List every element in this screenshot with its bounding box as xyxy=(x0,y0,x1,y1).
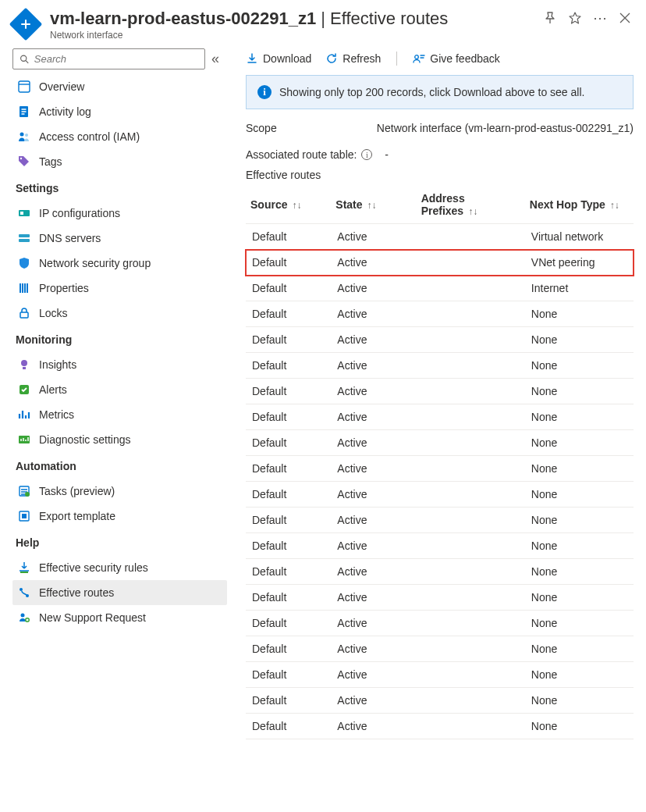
table-row[interactable]: DefaultActiveNone xyxy=(246,379,634,404)
cell-prefixes xyxy=(417,250,525,276)
sort-icon[interactable]: ↑↓ xyxy=(367,200,377,211)
feedback-button[interactable]: Give feedback xyxy=(413,52,500,65)
cell-state: Active xyxy=(331,533,416,559)
sidebar-item-nsg[interactable]: Network security group xyxy=(12,251,227,276)
table-row[interactable]: DefaultActiveNone xyxy=(246,508,634,533)
more-icon[interactable]: ⋯ xyxy=(593,11,607,25)
cell-state: Active xyxy=(331,250,416,276)
close-icon[interactable] xyxy=(618,11,632,25)
sort-icon[interactable]: ↑↓ xyxy=(292,200,301,211)
sidebar-item-metrics[interactable]: Metrics xyxy=(12,402,227,427)
sidebar-item-tasks[interactable]: Tasks (preview) xyxy=(12,479,227,504)
nsg-icon xyxy=(17,256,31,270)
scope-value: Network interface (vm-learn-prod-eastus-… xyxy=(377,122,634,134)
table-row[interactable]: DefaultActiveNone xyxy=(246,714,634,739)
cell-nextHop: None xyxy=(525,636,634,662)
sidebar-item-effective-security-rules[interactable]: Effective security rules xyxy=(12,555,227,580)
cell-prefixes xyxy=(417,714,525,739)
column-header-source[interactable]: Source↑↓ xyxy=(246,186,331,224)
svg-point-5 xyxy=(20,158,22,159)
sidebar-group-settings: Settings xyxy=(12,174,227,201)
table-row[interactable]: DefaultActiveNone xyxy=(246,611,634,636)
cell-source: Default xyxy=(246,250,331,276)
sidebar-item-access-control[interactable]: Access control (IAM) xyxy=(12,124,227,149)
sidebar-item-properties[interactable]: Properties xyxy=(12,276,227,301)
sidebar-item-label: Export template xyxy=(39,510,115,522)
cell-state: Active xyxy=(331,585,416,611)
cell-state: Active xyxy=(331,301,416,327)
table-row[interactable]: DefaultActiveNone xyxy=(246,688,634,714)
cell-state: Active xyxy=(331,404,416,430)
column-header-next-hop-type[interactable]: Next Hop Type↑↓ xyxy=(525,186,634,224)
sidebar-item-overview[interactable]: Overview xyxy=(12,74,227,99)
sort-icon[interactable]: ↑↓ xyxy=(468,206,477,217)
sidebar-item-new-support-request[interactable]: New Support Request xyxy=(12,605,227,630)
column-header-address-prefixes[interactable]: Address Prefixes↑↓ xyxy=(417,186,525,224)
table-row[interactable]: DefaultActiveNone xyxy=(246,353,634,379)
cell-state: Active xyxy=(331,456,416,482)
sidebar-item-export-template[interactable]: Export template xyxy=(12,504,227,529)
activity-log-icon xyxy=(17,105,31,119)
cell-nextHop: None xyxy=(525,688,634,714)
cell-prefixes xyxy=(417,301,525,327)
table-row[interactable]: DefaultActiveInternet xyxy=(246,276,634,301)
pin-icon[interactable] xyxy=(543,11,557,25)
svg-point-19 xyxy=(21,614,25,618)
cell-source: Default xyxy=(246,533,331,559)
download-button[interactable]: Download xyxy=(246,52,311,65)
table-row[interactable]: DefaultActiveNone xyxy=(246,404,634,430)
table-row[interactable]: DefaultActiveNone xyxy=(246,327,634,353)
table-row[interactable]: DefaultActiveVNet peering xyxy=(246,250,634,276)
sidebar: « OverviewActivity logAccess control (IA… xyxy=(12,48,227,739)
sidebar-item-activity-log[interactable]: Activity log xyxy=(12,99,227,124)
cell-prefixes xyxy=(417,508,525,533)
scope-label: Scope xyxy=(246,122,277,134)
cell-source: Default xyxy=(246,404,331,430)
export-template-icon xyxy=(17,509,31,523)
table-row[interactable]: DefaultActiveNone xyxy=(246,456,634,482)
resource-name: vm-learn-prod-eastus-002291_z1 xyxy=(50,9,316,28)
sort-icon[interactable]: ↑↓ xyxy=(610,200,619,211)
cell-nextHop: None xyxy=(525,585,634,611)
cell-source: Default xyxy=(246,508,331,533)
sidebar-item-diagnostic-settings[interactable]: Diagnostic settings xyxy=(12,427,227,452)
cell-source: Default xyxy=(246,353,331,379)
resource-type: Network interface xyxy=(50,30,535,41)
table-row[interactable]: DefaultActiveNone xyxy=(246,559,634,585)
download-label: Download xyxy=(263,52,311,65)
collapse-sidebar-icon[interactable]: « xyxy=(210,51,221,67)
table-row[interactable]: DefaultActiveNone xyxy=(246,430,634,456)
table-row[interactable]: DefaultActiveNone xyxy=(246,585,634,611)
refresh-button[interactable]: Refresh xyxy=(325,52,381,65)
table-row[interactable]: DefaultActiveNone xyxy=(246,636,634,662)
sidebar-search[interactable] xyxy=(12,48,205,69)
scope-row: Scope Network interface (vm-learn-prod-e… xyxy=(246,122,634,134)
refresh-icon xyxy=(325,52,338,65)
table-row[interactable]: DefaultActiveNone xyxy=(246,301,634,327)
overview-icon xyxy=(17,80,31,94)
table-row[interactable]: DefaultActiveVirtual network xyxy=(246,224,634,250)
table-title: Effective routes xyxy=(246,169,634,181)
sidebar-item-label: Metrics xyxy=(39,408,74,421)
info-tooltip-icon[interactable]: i xyxy=(361,149,372,160)
sidebar-item-insights[interactable]: Insights xyxy=(12,352,227,377)
cell-source: Default xyxy=(246,559,331,585)
cell-source: Default xyxy=(246,611,331,636)
table-row[interactable]: DefaultActiveNone xyxy=(246,662,634,688)
cell-nextHop: Internet xyxy=(525,276,634,301)
table-row[interactable]: DefaultActiveNone xyxy=(246,482,634,508)
sidebar-item-ip-configurations[interactable]: IP configurations xyxy=(12,201,227,226)
table-row[interactable]: DefaultActiveNone xyxy=(246,533,634,559)
sidebar-item-dns-servers[interactable]: DNS servers xyxy=(12,226,227,251)
sidebar-item-effective-routes[interactable]: Effective routes xyxy=(12,580,227,605)
star-icon[interactable] xyxy=(568,11,582,25)
sidebar-item-tags[interactable]: Tags xyxy=(12,149,227,174)
column-header-state[interactable]: State↑↓ xyxy=(331,186,416,224)
cell-source: Default xyxy=(246,585,331,611)
search-input[interactable] xyxy=(34,53,198,65)
sidebar-item-label: Tasks (preview) xyxy=(39,485,115,497)
sidebar-item-alerts[interactable]: Alerts xyxy=(12,377,227,402)
info-banner: i Showing only top 200 records, click Do… xyxy=(246,75,634,109)
cell-nextHop: None xyxy=(525,508,634,533)
sidebar-item-locks[interactable]: Locks xyxy=(12,301,227,326)
